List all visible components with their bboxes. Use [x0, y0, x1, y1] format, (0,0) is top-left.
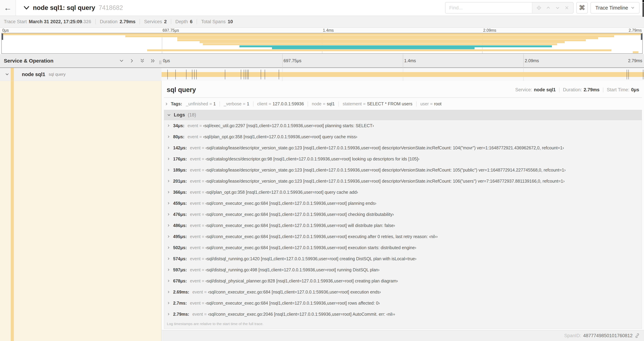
log-row-chevron-icon[interactable] — [167, 124, 170, 127]
keyboard-shortcuts-button[interactable]: ⌘ — [576, 2, 588, 14]
tag-item[interactable]: _verbose=1 — [224, 101, 249, 106]
log-row[interactable]: 574μs:event=‹sql/distsql_running.go:1420… — [164, 253, 642, 264]
log-row-chevron-icon[interactable] — [167, 301, 170, 305]
page-scrollbar[interactable] — [642, 0, 644, 341]
log-row[interactable]: 142μs:event=‹sql/catalog/lease/descripto… — [164, 142, 642, 153]
log-row-chevron-icon[interactable] — [167, 246, 170, 249]
log-row-chevron-icon[interactable] — [167, 201, 170, 205]
log-row-chevron-icon[interactable] — [167, 157, 170, 161]
log-row[interactable]: 459μs:event=‹sql/conn_executor_exec.go:6… — [164, 198, 642, 209]
log-row-chevron-icon[interactable] — [167, 213, 170, 216]
back-button[interactable]: ← — [0, 0, 16, 16]
log-row-chevron-icon[interactable] — [167, 312, 170, 316]
log-row-chevron-icon[interactable] — [167, 168, 170, 172]
log-marker — [628, 70, 629, 79]
collapse-one-icon[interactable] — [119, 58, 124, 63]
view-range-left-handle[interactable] — [2, 34, 3, 40]
span-collapse-chevron-icon[interactable] — [5, 72, 9, 77]
log-message: ‹sql/distsql_physical_planner.go:828 [ns… — [206, 278, 398, 283]
log-row-chevron-icon[interactable] — [167, 290, 170, 294]
log-row-chevron-icon[interactable] — [167, 146, 170, 150]
tags-row[interactable]: Tags: _unfinished=1_verbose=1client=127.… — [162, 98, 644, 109]
page-title: node sql1: sql query — [33, 4, 95, 12]
expand-one-icon[interactable] — [129, 58, 134, 63]
logs-accordion: Logs (18) 34μs:event=‹sql/exec_util.go:2… — [164, 110, 642, 329]
tag-item[interactable]: node=sql1 — [312, 101, 335, 106]
trace-summary-bar: Trace StartMarch 31 2022, 17:25:09.326Du… — [0, 16, 644, 28]
log-message: ‹sql/exec_util.go:2297 [nsql1,client=127… — [203, 123, 374, 128]
log-row-chevron-icon[interactable] — [167, 135, 170, 138]
tag-item[interactable]: user=root — [420, 101, 442, 106]
log-field-key: event — [192, 312, 203, 317]
top-bar-actions: ⌘ Trace Timeline — [445, 2, 644, 14]
log-equals: = — [202, 179, 204, 184]
span-name-cell[interactable]: node sql1 sql query — [0, 68, 162, 81]
log-row[interactable]: 189μs:event=‹sql/catalog/lease/descripto… — [164, 164, 642, 176]
log-row-chevron-icon[interactable] — [167, 268, 170, 271]
tag-key: node — [312, 101, 322, 106]
minimap-canvas[interactable] — [2, 33, 642, 54]
log-row-chevron-icon[interactable] — [167, 179, 170, 183]
summary-label: Depth — [175, 19, 188, 25]
prev-match-icon[interactable] — [546, 5, 551, 10]
trace-id: 7418682 — [99, 4, 123, 12]
logs-header[interactable]: Logs (18) — [164, 110, 642, 120]
log-equals: = — [202, 156, 204, 161]
tag-item[interactable]: client=127.0.0.1:59936 — [257, 101, 304, 106]
trace-view-selector[interactable]: Trace Timeline — [590, 2, 640, 14]
log-timestamp: 502μs: — [173, 245, 187, 250]
span-bar-cell[interactable] — [162, 68, 644, 81]
log-row[interactable]: 201μs:event=‹sql/catalog/lease/descripto… — [164, 176, 642, 187]
tag-value: 1 — [213, 101, 216, 106]
span-duration-bar[interactable] — [162, 72, 644, 77]
next-match-icon[interactable] — [555, 5, 560, 10]
log-row[interactable]: 2.69ms:event=‹sql/conn_executor_exec.go:… — [164, 286, 642, 297]
log-row[interactable]: 502μs:event=‹sql/conn_executor_exec.go:6… — [164, 242, 642, 253]
log-row[interactable]: 486μs:event=‹sql/conn_executor_exec.go:6… — [164, 220, 642, 231]
tag-item[interactable]: statement=SELECT * FROM users — [342, 101, 412, 106]
column-resizer-grip[interactable] — [160, 61, 161, 64]
tag-value: 127.0.0.1:59936 — [273, 101, 304, 106]
log-row-chevron-icon[interactable] — [167, 257, 170, 260]
expand-all-icon[interactable] — [150, 58, 155, 63]
view-range-right-handle[interactable] — [641, 34, 642, 40]
timeline-minimap[interactable]: 0μs697.75μs1.4ms2.09ms2.79ms — [0, 28, 644, 54]
log-row[interactable]: 366μs:event=‹sql/plan_opt.go:358 [nsql1,… — [164, 187, 642, 198]
log-marker — [244, 70, 244, 79]
tag-item[interactable]: _unfinished=1 — [186, 101, 216, 106]
log-timestamp: 2.7ms: — [173, 301, 187, 306]
log-marker — [279, 70, 279, 79]
focus-match-icon[interactable] — [536, 5, 541, 10]
log-row[interactable]: 495μs:event=‹sql/conn_executor_exec.go:6… — [164, 231, 642, 242]
log-row[interactable]: 2.79ms:event=‹sql/conn_executor_exec.go:… — [164, 308, 642, 320]
log-row-chevron-icon[interactable] — [167, 190, 170, 194]
copy-link-icon[interactable] — [635, 333, 640, 338]
log-row[interactable]: 176μs:event=‹sql/catalog/descs/descripto… — [164, 153, 642, 164]
log-row[interactable]: 678μs:event=‹sql/distsql_physical_planne… — [164, 275, 642, 286]
log-row-chevron-icon[interactable] — [167, 235, 170, 238]
log-message: ‹sql/conn_executor_exec.go:684 [nsql1,cl… — [206, 301, 380, 306]
log-row[interactable]: 597μs:event=‹sql/distsql_running.go:498 … — [164, 264, 642, 275]
log-row[interactable]: 476μs:event=‹sql/conn_executor_exec.go:6… — [164, 209, 642, 220]
chevron-down-icon — [631, 7, 635, 9]
collapse-all-icon[interactable] — [140, 58, 145, 63]
log-row-chevron-icon[interactable] — [167, 279, 170, 283]
log-message: ‹sql/catalog/lease/descriptor_version_st… — [206, 145, 564, 150]
log-row[interactable]: 34μs:event=‹sql/exec_util.go:2297 [nsql1… — [164, 120, 642, 131]
summary-label: Services — [144, 19, 162, 25]
timeline-ruler: 0μs697.75μs1.4ms2.09ms2.79ms — [162, 54, 644, 67]
span-row[interactable]: node sql1 sql query — [0, 68, 644, 81]
log-timestamp: 176μs: — [173, 156, 187, 161]
find-input[interactable] — [446, 3, 532, 13]
scrollbar-thumb[interactable] — [642, 3, 644, 17]
log-equals: = — [202, 168, 204, 173]
collapse-trace-chevron-icon[interactable] — [24, 6, 30, 10]
log-timestamp: 678μs: — [173, 278, 187, 283]
clear-search-icon[interactable] — [564, 6, 569, 10]
log-field-key: event — [190, 168, 200, 173]
minimap-span-bar — [240, 45, 552, 47]
log-equals: = — [202, 190, 204, 195]
log-row[interactable]: 80μs:event=‹sql/plan_opt.go:358 [nsql1,c… — [164, 131, 642, 142]
log-row[interactable]: 2.7ms:event=‹sql/conn_executor_exec.go:6… — [164, 297, 642, 308]
log-row-chevron-icon[interactable] — [167, 224, 170, 227]
